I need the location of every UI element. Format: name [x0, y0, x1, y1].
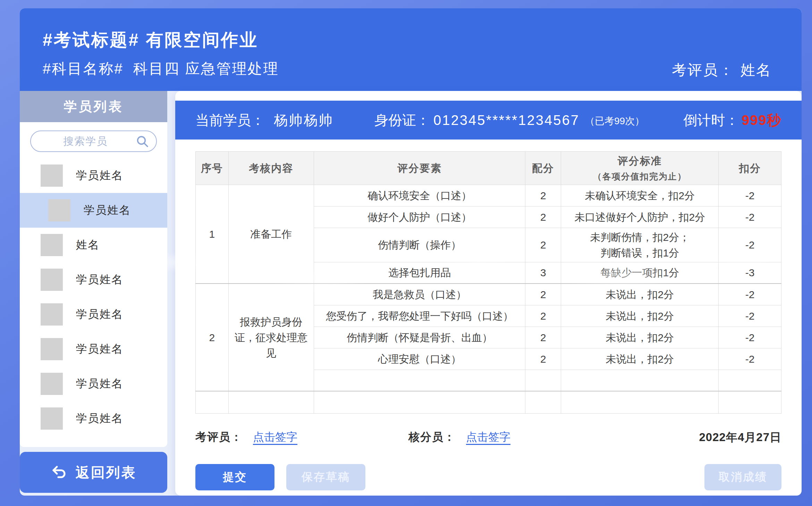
element-cell: 伤情判断（怀疑是骨折、出血） — [314, 327, 525, 348]
student-item[interactable]: 学员姓名 — [20, 193, 167, 228]
col-header-score: 配分 — [525, 152, 561, 185]
student-item[interactable]: 学员姓名 — [20, 262, 167, 297]
score-cell: 2 — [525, 348, 561, 370]
criteria-cell: 未说出，扣2分 — [561, 327, 719, 348]
current-student-name: 杨帅杨帅 — [274, 111, 333, 130]
seq-cell: 2 — [196, 284, 229, 391]
criteria-cell: 未确认环境安全，扣2分 — [561, 185, 719, 206]
exam-app-window: #考试标题# 有限空间作业 #科目名称#科目四 应急管理处理 考评员：姓名 学员… — [20, 8, 802, 496]
student-avatar — [41, 407, 63, 430]
criteria-cell: 未说出，扣2分 — [561, 305, 719, 327]
seq-cell — [196, 391, 229, 413]
element-cell: 选择包扎用品 — [314, 262, 525, 284]
student-name: 学员姓名 — [76, 272, 123, 287]
score-cell: 2 — [525, 284, 561, 305]
attempts-note: （已考99次） — [585, 115, 644, 128]
student-name: 学员姓名 — [76, 168, 123, 183]
col-header-seq: 序号 — [196, 152, 229, 185]
content-cell — [228, 391, 314, 413]
score-cell: 2 — [525, 185, 561, 206]
student-name: 学员姓名 — [84, 203, 131, 218]
element-cell: 我是急救员（口述） — [314, 284, 525, 305]
current-student-label: 当前学员： — [195, 111, 265, 130]
signature-row: 考评员： 点击签字 核分员： 点击签字 2022年4月27日 — [195, 430, 781, 445]
student-item[interactable]: 学员姓名 — [20, 332, 167, 366]
deduction-cell[interactable]: -2 — [719, 228, 781, 262]
criteria-cell: 未判断伤情，扣2分； 判断错误，扣1分 — [561, 228, 719, 262]
score-cell — [525, 391, 561, 413]
submit-button[interactable]: 提交 — [195, 464, 274, 490]
element-cell: 您受伤了，我帮您处理一下好吗（口述） — [314, 305, 525, 327]
student-item[interactable]: 学员姓名 — [20, 401, 167, 436]
table-row — [196, 391, 781, 413]
subject-name: 科目四 应急管理处理 — [133, 60, 279, 77]
col-header-element: 评分要素 — [314, 152, 525, 185]
examiner-label: 考评员： — [672, 62, 734, 78]
seq-cell: 1 — [196, 185, 229, 284]
criteria-cell: 每缺少一项扣1分 — [561, 262, 719, 284]
countdown-label: 倒计时： — [683, 111, 739, 130]
criteria-subnote: （各项分值扣完为止） — [566, 170, 713, 183]
exam-title: #考试标题# 有限空间作业 — [43, 28, 259, 52]
current-student-bar: 当前学员： 杨帅杨帅 身份证： 012345*****1234567 （已考99… — [175, 101, 802, 140]
table-header-row: 序号 考核内容 评分要素 配分 评分标准 （各项分值扣完为止） 扣分 — [196, 152, 781, 185]
examiner-info: 考评员：姓名 — [672, 60, 772, 80]
score-cell: 2 — [525, 206, 561, 228]
student-item[interactable]: 学员姓名 — [20, 366, 167, 401]
deduction-cell[interactable]: -3 — [719, 262, 781, 284]
examiner-name: 姓名 — [741, 62, 772, 78]
col-header-deduction: 扣分 — [719, 152, 781, 185]
student-list-title: 学员列表 — [20, 91, 167, 122]
deduction-cell[interactable]: -2 — [719, 206, 781, 228]
student-name: 学员姓名 — [76, 341, 123, 357]
student-avatar — [41, 303, 63, 326]
examiner-sign-label: 考评员： — [195, 430, 243, 445]
student-avatar — [41, 165, 63, 187]
app-header: #考试标题# 有限空间作业 #科目名称#科目四 应急管理处理 考评员：姓名 — [20, 8, 802, 91]
deduction-cell[interactable]: -2 — [719, 327, 781, 348]
scorer-sign-link[interactable]: 点击签字 — [466, 430, 510, 445]
score-cell: 2 — [525, 305, 561, 327]
score-cell: 3 — [525, 262, 561, 284]
countdown-value: 999秒 — [742, 111, 781, 130]
save-draft-button[interactable]: 保存草稿 — [286, 464, 365, 490]
app-body: 学员列表 学员姓名学员姓名姓名学员姓名学员姓名学员姓名学员姓名学员姓名 — [20, 91, 802, 496]
search-box — [30, 130, 157, 152]
student-name: 学员姓名 — [76, 411, 123, 426]
back-button-label: 返回列表 — [76, 463, 137, 482]
element-cell: 确认环境安全（口述） — [314, 185, 525, 206]
student-list-card: 学员列表 学员姓名学员姓名姓名学员姓名学员姓名学员姓名学员姓名学员姓名 — [20, 91, 167, 447]
deduction-cell[interactable]: -2 — [719, 185, 781, 206]
deduction-cell[interactable] — [719, 370, 781, 391]
element-cell: 心理安慰（口述） — [314, 348, 525, 370]
student-avatar — [41, 269, 63, 291]
student-name: 学员姓名 — [76, 307, 123, 322]
criteria-cell — [561, 370, 719, 391]
student-item[interactable]: 姓名 — [20, 228, 167, 262]
student-avatar — [41, 234, 63, 256]
search-icon — [135, 134, 149, 148]
back-to-list-button[interactable]: 返回列表 — [20, 452, 167, 493]
element-cell — [314, 391, 525, 413]
col-header-criteria: 评分标准 （各项分值扣完为止） — [561, 152, 719, 185]
score-table: 序号 考核内容 评分要素 配分 评分标准 （各项分值扣完为止） 扣分 1准备工作… — [195, 151, 781, 414]
col-header-content: 考核内容 — [228, 152, 314, 185]
id-card-value: 012345*****1234567 — [433, 112, 580, 128]
student-name: 学员姓名 — [76, 376, 123, 391]
element-cell: 伤情判断（操作） — [314, 228, 525, 262]
table-row: 2报救护员身份证，征求处理意见我是急救员（口述）2未说出，扣2分-2 — [196, 284, 781, 305]
search-area — [20, 122, 167, 155]
deduction-cell[interactable]: -2 — [719, 305, 781, 327]
examiner-sign-link[interactable]: 点击签字 — [253, 430, 297, 445]
scorer-sign-label: 核分员： — [408, 430, 456, 445]
student-item[interactable]: 学员姓名 — [20, 158, 167, 193]
criteria-cell: 未说出，扣2分 — [561, 348, 719, 370]
deduction-cell[interactable] — [719, 391, 781, 413]
student-item[interactable]: 学员姓名 — [20, 297, 167, 332]
cancel-score-button[interactable]: 取消成绩 — [704, 464, 781, 490]
element-cell: 做好个人防护（口述） — [314, 206, 525, 228]
deduction-cell[interactable]: -2 — [719, 284, 781, 305]
deduction-cell[interactable]: -2 — [719, 348, 781, 370]
content-cell: 报救护员身份证，征求处理意见 — [228, 284, 314, 391]
subject-prefix: #科目名称# — [43, 60, 124, 77]
